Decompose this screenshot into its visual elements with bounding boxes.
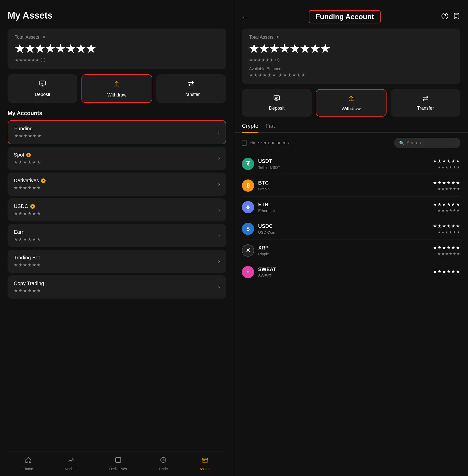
right-hide-balance-icon[interactable]: 👁: [276, 35, 280, 40]
assets-sub: ★★★★★★ ⓘ: [15, 57, 219, 63]
right-action-buttons: Deposit Withdraw Transfer: [242, 89, 460, 117]
account-item-funding[interactable]: Funding ★★★★★★ ›: [8, 120, 226, 144]
search-icon: 🔍: [399, 141, 404, 145]
action-buttons: Deposit Withdraw Transfer: [8, 74, 226, 103]
right-assets-sub: ★★★★★★ ⓘ: [249, 57, 453, 63]
header-title-box: Funding Account: [309, 10, 380, 23]
xrp-logo: ✕: [242, 244, 254, 257]
arrow-right-icon: ›: [218, 232, 220, 239]
arrow-right-icon: ›: [218, 181, 220, 188]
crypto-item-usdt[interactable]: ₮ USDT Tether USDT ★★★★★★ ★★★★★★: [242, 153, 460, 175]
arrow-right-icon: ›: [218, 284, 220, 290]
right-transfer-button[interactable]: Transfer: [391, 89, 460, 117]
right-withdraw-icon: [347, 95, 355, 104]
history-button[interactable]: [453, 12, 460, 22]
account-item-earn[interactable]: Earn ★★★★★★ ›: [8, 224, 226, 247]
nav-assets[interactable]: Assets: [200, 456, 210, 471]
withdraw-icon: [113, 80, 121, 90]
right-info-icon[interactable]: ⓘ: [275, 57, 280, 63]
accounts-section-title: My Accounts: [8, 110, 226, 117]
hide-zero-label[interactable]: Hide zero balances: [242, 140, 289, 146]
total-assets-card: Total Assets 👁 ★★★★★★★★ ★★★★★★ ⓘ: [8, 29, 226, 69]
usdc-logo: $: [242, 223, 254, 235]
hide-zero-checkbox[interactable]: [242, 141, 247, 146]
svg-point-5: [445, 17, 445, 18]
header-title: Funding Account: [315, 13, 374, 21]
tabs-row: Crypto Fiat: [234, 123, 468, 133]
right-total-assets-card: Total Assets 👁 ★★★★★★★★ ★★★★★★ ⓘ Availab…: [242, 29, 460, 84]
transfer-button[interactable]: Transfer: [156, 74, 226, 103]
right-assets-value: ★★★★★★★★: [249, 43, 453, 55]
usdt-logo: ₮: [242, 158, 254, 170]
crypto-item-xrp[interactable]: ✕ XRP Ripple ★★★★★★ ★★★★★★: [242, 240, 460, 261]
total-assets-label: Total Assets 👁: [15, 35, 219, 40]
avail-balance-value: ★★★★★★ ★★★★★★: [249, 72, 453, 78]
page-title: My Assets: [8, 10, 226, 21]
deposit-icon: [39, 80, 46, 89]
deposit-button[interactable]: Deposit: [8, 74, 77, 103]
assets-value: ★★★★★★★★: [15, 43, 219, 55]
nav-markets[interactable]: Markets: [65, 456, 77, 471]
arrow-right-icon: ›: [218, 207, 220, 213]
nav-derivatives[interactable]: Derivatives: [109, 456, 127, 471]
right-withdraw-button[interactable]: Withdraw: [316, 89, 387, 117]
transfer-icon: [187, 80, 195, 89]
account-item-usdc[interactable]: USDC ● ★★★★★★ ›: [8, 198, 226, 221]
search-box[interactable]: 🔍: [394, 138, 460, 148]
right-transfer-icon: [422, 95, 429, 103]
tab-crypto[interactable]: Crypto: [242, 123, 258, 132]
account-item-derivatives[interactable]: Derivatives ● ★★★★★★ ›: [8, 173, 226, 196]
eth-logo: [242, 201, 254, 213]
accounts-list: Funding ★★★★★★ › Spot ● ★★★★★★ › Derivat…: [8, 120, 226, 299]
crypto-list: ₮ USDT Tether USDT ★★★★★★ ★★★★★★ ₿ BTC B…: [234, 153, 468, 283]
info-icon[interactable]: ⓘ: [41, 57, 45, 63]
arrow-right-icon: ›: [218, 129, 219, 136]
sweat-logo: ∞: [242, 266, 254, 278]
account-item-spot[interactable]: Spot ● ★★★★★★ ›: [8, 147, 226, 170]
help-button[interactable]: [441, 12, 449, 22]
derivatives-dot-icon: ●: [41, 178, 46, 183]
back-button[interactable]: ←: [242, 13, 249, 21]
right-header: ← Funding Account: [234, 0, 468, 29]
markets-icon: [67, 456, 75, 465]
header-icons: [441, 12, 460, 22]
nav-trade[interactable]: Trade: [159, 456, 168, 471]
btc-logo: ₿: [242, 179, 254, 192]
trade-icon: [160, 456, 167, 465]
avail-balance-label: Available Balance: [249, 67, 453, 71]
right-deposit-icon: [273, 95, 281, 103]
hide-balance-icon[interactable]: 👁: [41, 35, 45, 40]
spot-dot-icon: ●: [26, 153, 31, 157]
home-icon: [25, 456, 32, 465]
usdc-dot-icon: ●: [30, 204, 35, 209]
derivatives-icon: [115, 456, 122, 465]
svg-rect-3: [202, 458, 208, 462]
svg-point-4: [442, 13, 448, 19]
withdraw-button[interactable]: Withdraw: [81, 74, 152, 103]
search-input[interactable]: [406, 140, 455, 146]
account-item-copy-trading[interactable]: Copy Trading ★★★★★★ ›: [8, 275, 226, 299]
right-panel: ← Funding Account Total Assets: [234, 0, 468, 476]
account-item-trading-bot[interactable]: Trading Bot ★★★★★★ ›: [8, 250, 226, 273]
crypto-item-usdc[interactable]: $ USDC USD Coin ★★★★★★ ★★★★★★: [242, 218, 460, 240]
right-deposit-button[interactable]: Deposit: [242, 89, 312, 117]
filter-row: Hide zero balances 🔍: [234, 138, 468, 148]
bottom-nav: Home Markets Derivatives: [8, 452, 226, 471]
crypto-item-btc[interactable]: ₿ BTC Bitcoin ★★★★★★ ★★★★★★: [242, 175, 460, 197]
nav-home[interactable]: Home: [23, 456, 33, 471]
crypto-item-sweat[interactable]: ∞ SWEAT SWEAT ★★★★★★: [242, 261, 460, 283]
tab-fiat[interactable]: Fiat: [266, 123, 275, 132]
arrow-right-icon: ›: [218, 258, 220, 265]
left-panel: My Assets Total Assets 👁 ★★★★★★★★ ★★★★★★…: [0, 0, 234, 476]
assets-icon: [201, 456, 209, 465]
arrow-right-icon: ›: [218, 155, 220, 162]
crypto-item-eth[interactable]: ETH Ethereum ★★★★★★ ★★★★★★: [242, 197, 460, 218]
right-total-assets-label: Total Assets 👁: [249, 35, 453, 40]
